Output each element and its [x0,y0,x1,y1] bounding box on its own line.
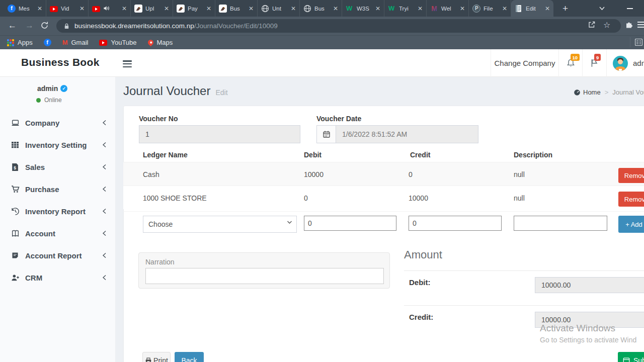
amount-credit-label: Credit: [409,313,433,321]
sidebar-item-account[interactable]: Account [0,222,116,244]
tab-close-icon[interactable]: ✕ [502,5,507,12]
submit-button[interactable]: Submit [618,352,644,362]
tab-close-icon[interactable]: ✕ [545,5,550,12]
breadcrumb-home-link[interactable]: Home [574,88,601,96]
sidebar-item-crm[interactable]: CRM [0,266,116,289]
sidebar-item-purchase[interactable]: Purchase [0,178,116,200]
change-company-button[interactable]: Change Company [491,49,558,77]
browser-back-button[interactable]: ← [8,21,17,30]
tab-title: Bus [230,6,246,12]
reload-icon[interactable] [40,21,49,30]
app-brand[interactable]: Business Book [21,56,100,68]
narration-input[interactable] [145,268,384,284]
ledger-select[interactable]: Choose [143,216,297,233]
breadcrumb-current: Journal Voucher [612,88,644,96]
remove-row-button[interactable]: Remove [618,168,644,183]
tab-close-icon[interactable]: ✕ [249,5,254,12]
calendar-icon[interactable] [316,125,336,143]
tab-close-icon[interactable]: ✕ [37,5,42,12]
reading-list-icon[interactable] [635,39,642,46]
narration-label: Narration [145,258,175,266]
chevron-left-icon [102,164,107,170]
tab-edit-active[interactable]: Edit ✕ [511,0,553,17]
tab-title: Tryi [399,6,415,12]
voucher-date-input[interactable] [336,125,478,143]
tab-close-icon[interactable]: ✕ [460,5,465,12]
tab-close-icon[interactable]: ✕ [79,5,85,12]
cell-ledger: Cash [143,162,159,186]
new-tab-button[interactable]: + [559,0,571,17]
p-logo-icon [472,5,480,13]
tab-w3schools[interactable]: W3S ✕ [342,0,384,17]
sidebar-item-inventory-setting[interactable]: Inventory Setting [0,134,116,156]
voucher-no-input[interactable] [139,125,300,143]
url-path: /JournalVoucher/Edit/10009 [194,22,278,30]
tab-file[interactable]: File ✕ [469,0,511,17]
tab-payment[interactable]: Pay ✕ [173,0,215,17]
add-row-button[interactable]: + Add [618,216,644,233]
voucher-date-group [316,125,478,143]
sidebar-item-sales[interactable]: $ Sales [0,156,116,178]
tab-tryit[interactable]: Tryi ✕ [384,0,427,17]
tab-close-icon[interactable]: ✕ [206,5,211,12]
bookmark-gmail[interactable]: M Gmail [62,39,89,46]
tab-untitled[interactable]: Unt ✕ [258,0,300,17]
tab-search-chevron-icon[interactable] [599,6,605,11]
parrot-icon [177,5,185,13]
tab-close-icon[interactable]: ✕ [122,5,127,12]
new-credit-input[interactable] [409,216,502,231]
new-debit-input[interactable] [304,216,396,231]
amount-debit-input[interactable] [535,277,644,293]
user-avatar [613,56,628,71]
facebook-icon [44,39,51,46]
tab-close-icon[interactable]: ✕ [291,5,296,12]
tab-video[interactable]: Vid ✕ [46,0,89,17]
back-button[interactable]: Back [175,352,204,362]
messages-button[interactable]: 9 [582,49,606,77]
tab-close-icon[interactable]: ✕ [375,5,380,12]
bookmark-apps[interactable]: Apps [7,39,33,46]
share-icon[interactable] [588,21,596,29]
tab-youtube-audio[interactable]: ✕ [89,0,131,17]
bookmark-youtube[interactable]: YouTube [99,39,136,46]
amount-credit-input[interactable] [535,312,644,328]
bookmark-maps[interactable]: Maps [148,39,173,46]
bookmark-star-icon[interactable]: ☆ [603,20,610,30]
new-description-input[interactable] [514,216,607,231]
page-title-block: Journal Voucher Edit [123,84,228,98]
tab-business-2[interactable]: Bus ✕ [300,0,342,17]
tab-close-icon[interactable]: ✕ [333,5,338,12]
tab-welcome[interactable]: M Wel ✕ [427,0,469,17]
tab-messenger[interactable]: Mes ✕ [4,0,46,17]
notifications-button[interactable]: 10 [558,49,582,77]
user-menu[interactable]: admin [606,49,644,77]
page-subtitle: Edit [215,88,227,97]
bookmark-facebook[interactable] [44,39,51,46]
change-company-label: Change Company [495,59,555,67]
tab-title: Mes [19,6,34,12]
tab-business[interactable]: Bus ✕ [215,0,258,17]
tab-title: W3S [357,6,372,12]
address-bar[interactable]: businessbook.dreameritsolution.com.np/Jo… [56,19,621,33]
sidebar-item-company[interactable]: Company [0,112,116,134]
browser-forward-button[interactable]: → [25,21,34,30]
print-button[interactable]: Print [142,352,171,362]
window-minimize-button[interactable] [627,8,633,9]
tab-close-icon[interactable]: ✕ [164,5,169,12]
extensions-puzzle-icon[interactable] [625,21,633,29]
browser-menu-icon[interactable] [637,22,644,28]
tab-close-icon[interactable]: ✕ [418,5,423,12]
tab-upload[interactable]: Upl ✕ [131,0,173,17]
sidebar-item-account-report[interactable]: Account Report [0,244,116,266]
facebook-icon [8,5,16,13]
message-badge: 9 [594,54,601,61]
sales-invoice-icon: $ [11,163,20,171]
sidebar-item-inventory-report[interactable]: Inventory Report [0,200,116,222]
remove-row-button[interactable]: Remove [618,192,644,207]
bookmark-label: Gmail [71,39,88,46]
dashboard-icon [574,89,581,96]
cell-description: null [514,186,525,210]
amount-divider [404,270,644,271]
sidebar-toggle-icon[interactable] [123,60,132,67]
speaker-icon [103,5,110,12]
